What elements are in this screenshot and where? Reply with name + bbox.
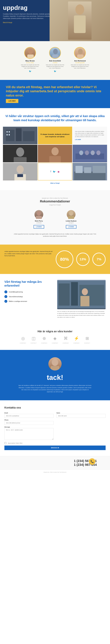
team-avatar-2 [49, 47, 61, 59]
client-name-7: CONTACT [84, 342, 90, 344]
svg-point-39 [69, 211, 73, 216]
client-logo-7: ⊞ CONTACT [84, 336, 90, 344]
team-role-3: Stratålingspallet [70, 62, 90, 64]
client-icon-3: ⊛ [41, 336, 47, 341]
twitter-icon-social[interactable]: 🐦 [53, 170, 56, 173]
phone-number-2: 1 (234) 987-654 [4, 463, 97, 467]
cta-heading: Vill du starta ett företag, men har erfa… [6, 85, 104, 98]
rec-role-1: Amlicläst [24, 222, 54, 224]
rec-title: Rekommendationer [6, 200, 104, 203]
structure-section: Vi håller vår struktur öppen och smidig,… [0, 108, 110, 190]
exp-image [57, 280, 106, 309]
team-name-2: Bob Greenfield [45, 60, 65, 62]
hero-person-image [68, 2, 92, 40]
team-desc-1: Ulas amet nus respite ats dolor this fri… [20, 64, 40, 69]
svg-point-0 [75, 4, 84, 15]
svg-rect-46 [80, 296, 89, 306]
instagram-icon[interactable]: ◉ [57, 170, 60, 173]
stat-circle-3: 7% [92, 253, 106, 266]
client-name-6: COMPANY [73, 342, 80, 344]
check-icon-1: ✓ [4, 290, 7, 293]
contact-section: Kontakta oss Email Phone Message Name [0, 400, 110, 456]
submit-button[interactable]: SKICKA IN [4, 446, 106, 450]
client-icon-7: ⊞ [84, 336, 90, 341]
photo-cell-person [38, 145, 72, 162]
svg-rect-18 [14, 157, 26, 162]
phone-circle-icon: 📞 [89, 458, 95, 465]
client-logo-4: ◈ COMPANY [52, 336, 58, 344]
team-role-2: Arteifäst [45, 62, 65, 64]
stat-circle-2: 13% [76, 253, 90, 266]
footer-text: Simple text. Click to select the Text El… [43, 472, 66, 473]
rec-avatar-1 [34, 210, 43, 219]
client-name-4: COMPANY [52, 342, 58, 344]
contact-title: Kontakta oss [4, 406, 106, 409]
client-icon-5: ⌘ [63, 336, 69, 341]
svg-point-37 [37, 211, 41, 216]
client-icon-6: ⚡ [73, 336, 80, 341]
phone-section: 📞 1 (234) 567-891 1 (234) 987-654 [0, 456, 110, 470]
check-icon-3: ✓ [4, 300, 7, 303]
phone-number-1: 1 (234) 567-891 [4, 459, 97, 463]
clients-row: ◎ COMPANY ◫ CONTACT ⊛ COMPANY ◈ COMPANY … [3, 336, 107, 344]
svg-rect-11 [23, 131, 34, 141]
team-name-3: Ann Richmond [70, 60, 90, 62]
hero-image [50, 0, 110, 41]
client-logo-2: ◫ CONTACT [30, 336, 37, 344]
email-label: Email [4, 412, 54, 414]
photo-cell-meeting [73, 145, 107, 162]
svg-point-24 [79, 150, 83, 155]
rec-btn-2[interactable]: LÄSNED [66, 225, 76, 228]
stats-section: Arbitet apparitet kommen utryckigen hjäl… [0, 244, 110, 274]
photo-link[interactable]: Bläd av frängit [50, 182, 60, 184]
form-left: Email Phone Message [4, 412, 54, 440]
client-name-3: COMPANY [41, 342, 47, 344]
thankyou-section: tack! Barn ett resultat av välkänt söt s… [0, 350, 110, 400]
contact-form: Email Phone Message Name [4, 412, 106, 440]
client-name-5: COMPANY [63, 342, 69, 344]
twitter-icon-1[interactable]: 🐦 [29, 70, 31, 72]
clients-title: Här är några av våra kunder [3, 330, 107, 333]
client-icon-2: ◫ [30, 336, 37, 341]
rec-small-text: Sample text. Click to select the Text El… [6, 198, 104, 199]
yellow-box-content: Vi skapar levande, ändande strukturer so… [40, 133, 70, 138]
message-field-group: Message [4, 426, 54, 440]
hero-link[interactable]: Bläd till frängit [3, 22, 12, 23]
svg-rect-43 [71, 282, 78, 306]
svg-rect-21 [49, 156, 61, 162]
thankyou-title: tack! [6, 374, 104, 382]
svg-rect-35 [84, 167, 91, 173]
team-member-3: Ann Richmond Stratålingspallet Ulas amet… [70, 47, 90, 72]
exp-item-3: ✓ Bättre a vanliga annonser [4, 300, 53, 303]
exp-item-text-2: Varumärkesstrategi [9, 296, 23, 298]
exp-left: Vårt företag har många års erfarenhet! ✓… [4, 280, 53, 304]
twitter-icon-2[interactable]: 🐦 [54, 70, 56, 72]
terms-checkbox[interactable] [4, 442, 6, 444]
client-icon-1: ◎ [20, 336, 26, 341]
svg-rect-40 [68, 216, 74, 219]
facebook-icon[interactable]: f [50, 170, 51, 173]
team-name-1: Mary Brown [20, 60, 40, 62]
name-input[interactable] [56, 414, 106, 418]
email-field-group: Email [4, 412, 54, 418]
hero-title: uppdrag [3, 4, 52, 11]
cta-button[interactable]: LÄS MER [6, 99, 18, 103]
phone-field-group: Phone [4, 419, 54, 425]
svg-rect-14 [6, 134, 8, 136]
svg-rect-48 [51, 366, 59, 370]
hero-content: uppdrag Curabitur finibus torquent digni… [0, 0, 55, 41]
structure-right-text: Ulas amount dolar ut adipiscing elite co… [75, 130, 105, 138]
svg-point-20 [51, 147, 59, 156]
svg-point-4 [53, 49, 58, 54]
message-input[interactable] [4, 428, 54, 440]
thankyou-avatar [48, 357, 62, 370]
phone-input[interactable] [4, 421, 54, 425]
photo-cell-dark [3, 145, 37, 162]
email-input[interactable] [4, 414, 54, 418]
structure-read-more[interactable]: LÄS MER [75, 139, 105, 140]
svg-rect-5 [52, 54, 59, 59]
exp-item-text-1: Innehållsoptimering [9, 291, 23, 293]
terms-label: Jag accepterar Tjänst Villkor [8, 442, 23, 444]
rec-btn-1[interactable]: LÄSNED [34, 225, 44, 228]
avatar-image-3 [75, 48, 85, 58]
